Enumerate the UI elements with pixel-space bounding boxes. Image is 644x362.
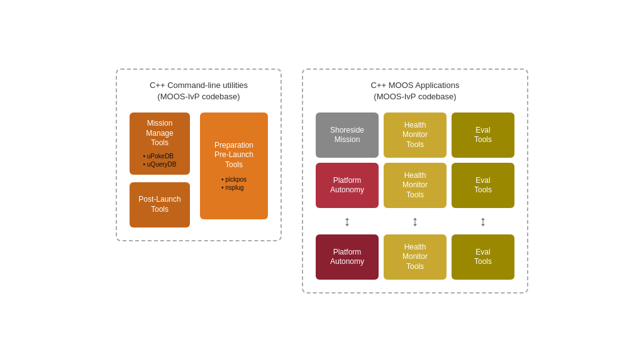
left-section-title: C++ Command-line utilities (MOOS-IvP cod… xyxy=(130,80,268,102)
mission-tile-bullets: uPokeDB uQueryDB xyxy=(143,152,177,168)
arrow-col0: ↕ xyxy=(316,213,379,229)
shoreside-mission-tile: ShoresideMission xyxy=(316,112,379,158)
prep-prelaunch-tools-tile: PreparationPre-LaunchTools pickpos nsplu… xyxy=(200,112,268,219)
platform-autonomy-tile-row3: PlatformAutonomy xyxy=(316,234,379,280)
prep-tile-label: PreparationPre-LaunchTools xyxy=(214,141,253,170)
bullet-upokedb: uPokeDB xyxy=(143,152,177,160)
left-column-1: MissionManageTools uPokeDB uQueryDB Post… xyxy=(130,112,190,228)
bullet-pickpos: pickpos xyxy=(221,175,247,184)
eval-tools-tile-row2: EvalTools xyxy=(452,163,514,208)
left-inner-layout: MissionManageTools uPokeDB uQueryDB Post… xyxy=(130,112,268,228)
postlaunch-tools-tile: Post-Launch Tools xyxy=(130,182,190,228)
right-section-box: C++ MOOS Applications (MOOS-IvP codebase… xyxy=(302,69,528,293)
prep-tile-bullets: pickpos nsplug xyxy=(221,175,247,192)
eval-tools-tile-row1: EvalTools xyxy=(452,112,514,158)
health-monitor-tile-row3: HealthMonitorTools xyxy=(384,234,447,280)
mission-manage-tools-tile: MissionManageTools uPokeDB uQueryDB xyxy=(130,112,190,175)
diagram-container: C++ Command-line utilities (MOOS-IvP cod… xyxy=(101,53,543,309)
mission-tile-label: MissionManageTools xyxy=(146,119,173,148)
health-monitor-tile-row2: HealthMonitorTools xyxy=(384,163,447,208)
left-section-box: C++ Command-line utilities (MOOS-IvP cod… xyxy=(116,69,282,241)
platform-autonomy-tile-row2: PlatformAutonomy xyxy=(316,163,379,208)
right-section-title: C++ MOOS Applications (MOOS-IvP codebase… xyxy=(316,80,514,102)
eval-tools-tile-row3: EvalTools xyxy=(452,234,514,280)
bullet-nsplug: nsplug xyxy=(221,184,247,192)
right-grid: ShoresideMission HealthMonitorTools Eval… xyxy=(316,112,514,280)
arrow-col2: ↕ xyxy=(452,213,514,229)
health-monitor-tile-row1: HealthMonitorTools xyxy=(384,112,447,158)
postlaunch-tile-label: Post-Launch Tools xyxy=(137,195,182,214)
arrow-col1: ↕ xyxy=(384,213,447,229)
bullet-uquerydb: uQueryDB xyxy=(143,160,177,168)
